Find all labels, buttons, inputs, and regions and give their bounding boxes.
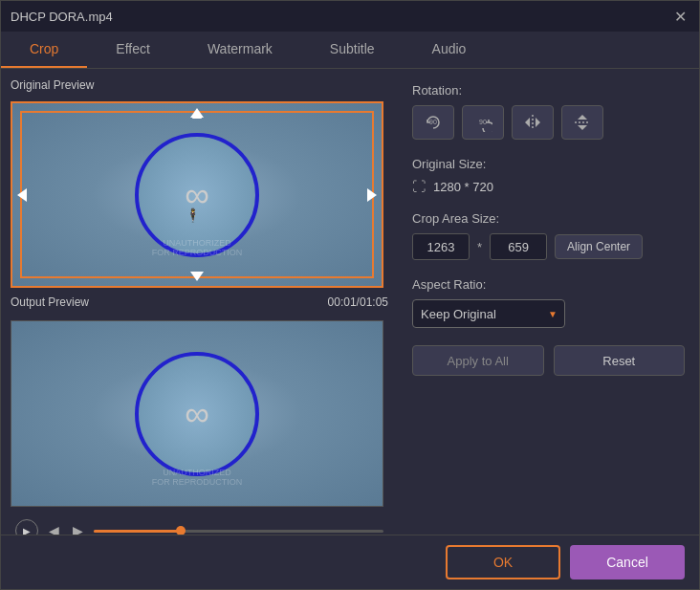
aspect-ratio-select[interactable]: Keep Original bbox=[412, 299, 565, 328]
svg-marker-3 bbox=[525, 118, 530, 127]
svg-marker-6 bbox=[578, 115, 587, 120]
progress-thumb[interactable] bbox=[176, 526, 186, 535]
progress-track[interactable] bbox=[94, 530, 383, 533]
left-panel: Original Preview ∞🕴 UNAUTHORIZEDFOR REPR… bbox=[1, 69, 398, 535]
apply-to-all-button[interactable]: Apply to All bbox=[412, 345, 544, 376]
aspect-ratio-label: Aspect Ratio: bbox=[412, 277, 685, 292]
right-panel: Rotation: 90 90 bbox=[398, 69, 699, 535]
svg-marker-4 bbox=[536, 118, 540, 127]
crop-separator: * bbox=[477, 240, 482, 254]
aspect-ratio-wrapper: Keep Original ▼ bbox=[412, 299, 565, 328]
rotation-label: Rotation: bbox=[412, 83, 685, 98]
original-size-section: Original Size: ⛶ 1280 * 720 bbox=[412, 157, 685, 194]
main-window: DHCP DORA.mp4 ✕ Crop Effect Watermark Su… bbox=[0, 0, 700, 590]
progress-fill bbox=[94, 530, 181, 533]
tab-crop[interactable]: Crop bbox=[1, 32, 87, 68]
aspect-ratio-section: Aspect Ratio: Keep Original ▼ bbox=[412, 277, 685, 328]
action-row: Apply to All Reset bbox=[412, 345, 685, 376]
reset-button[interactable]: Reset bbox=[554, 345, 686, 376]
rotate-cw-90-button[interactable]: 90 bbox=[462, 105, 504, 140]
svg-text:90: 90 bbox=[479, 119, 487, 125]
crop-height-input[interactable] bbox=[490, 233, 547, 260]
next-frame-button[interactable]: ▶ bbox=[70, 523, 86, 535]
rotate-ccw-90-button[interactable]: 90 bbox=[412, 105, 454, 140]
original-size-label: Original Size: bbox=[412, 157, 685, 171]
svg-marker-7 bbox=[578, 125, 587, 130]
output-logo-circle: ∞ bbox=[135, 352, 259, 476]
cancel-button[interactable]: Cancel bbox=[570, 545, 685, 579]
crop-size-row: * Align Center bbox=[412, 233, 685, 260]
ok-button[interactable]: OK bbox=[446, 545, 560, 579]
bottom-bar: OK Cancel bbox=[1, 535, 699, 589]
crop-area-section: Crop Area Size: * Align Center bbox=[412, 211, 685, 260]
align-center-button[interactable]: Align Center bbox=[555, 234, 643, 259]
rotation-buttons: 90 90 bbox=[412, 105, 685, 140]
output-preview-label: Output Preview bbox=[11, 295, 89, 309]
original-preview: ∞🕴 UNAUTHORIZEDFOR REPRODUCTION bbox=[11, 101, 383, 288]
tab-bar: Crop Effect Watermark Subtitle Audio bbox=[1, 32, 699, 69]
rotation-section: Rotation: 90 90 bbox=[412, 83, 685, 140]
logo-circle: ∞🕴 bbox=[135, 133, 259, 257]
timestamp: 00:01/01:05 bbox=[328, 295, 388, 309]
output-header: Output Preview 00:01/01:05 bbox=[11, 295, 388, 311]
original-size-value: 1280 * 720 bbox=[433, 180, 493, 194]
content-area: Original Preview ∞🕴 UNAUTHORIZEDFOR REPR… bbox=[1, 69, 699, 535]
playback-bar: ▶ ◀ ▶ bbox=[11, 514, 388, 535]
prev-frame-button[interactable]: ◀ bbox=[46, 523, 62, 535]
crop-width-input[interactable] bbox=[412, 233, 470, 260]
flip-vertical-button[interactable] bbox=[561, 105, 603, 140]
tab-effect[interactable]: Effect bbox=[87, 32, 179, 68]
crop-area-label: Crop Area Size: bbox=[412, 211, 685, 226]
output-preview: ∞ UNAUTHORIZEDFOR REPRODUCTION bbox=[11, 320, 383, 507]
tab-watermark[interactable]: Watermark bbox=[179, 32, 301, 68]
close-button[interactable]: ✕ bbox=[670, 7, 689, 26]
resize-icon: ⛶ bbox=[412, 179, 426, 194]
tab-audio[interactable]: Audio bbox=[404, 32, 495, 68]
logo-symbol: ∞🕴 bbox=[185, 175, 209, 215]
window-title: DHCP DORA.mp4 bbox=[11, 10, 113, 24]
original-size-row: ⛶ 1280 * 720 bbox=[412, 179, 685, 194]
original-preview-label: Original Preview bbox=[11, 78, 388, 92]
svg-text:90: 90 bbox=[429, 119, 437, 125]
flip-horizontal-button[interactable] bbox=[512, 105, 554, 140]
output-logo-symbol: ∞ bbox=[185, 394, 209, 434]
title-bar: DHCP DORA.mp4 ✕ bbox=[1, 1, 699, 32]
play-button[interactable]: ▶ bbox=[15, 519, 38, 535]
tab-subtitle[interactable]: Subtitle bbox=[301, 32, 404, 68]
